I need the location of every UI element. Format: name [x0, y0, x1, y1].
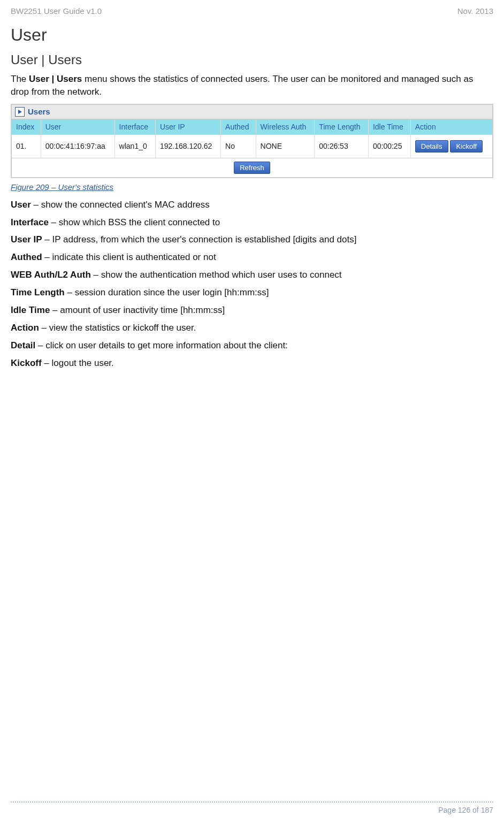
cell-index: 01.	[12, 134, 41, 158]
page-footer: Page 126 of 187	[11, 801, 493, 814]
page-number: Page 126 of 187	[11, 806, 493, 814]
refresh-row: Refresh	[12, 158, 492, 177]
def-webauth: WEB Auth/L2 Auth – show the authenticati…	[11, 269, 493, 281]
def-timelength: Time Length – session duration since the…	[11, 287, 493, 299]
users-table-panel: Users Index User Interface User IP Authe…	[11, 104, 493, 178]
col-action: Action	[410, 119, 492, 135]
intro-paragraph: The User | Users menu shows the statisti…	[11, 73, 493, 98]
cell-interface: wlan1_0	[114, 134, 155, 158]
table-row: 01. 00:0c:41:16:97:aa wlan1_0 192.168.12…	[12, 134, 492, 158]
intro-prefix: The	[11, 74, 29, 84]
col-userip: User IP	[155, 119, 220, 135]
def-action: Action – view the statistics or kickoff …	[11, 322, 493, 334]
table-header-row: Index User Interface User IP Authed Wire…	[12, 119, 492, 135]
intro-bold: User | Users	[29, 74, 82, 84]
def-authed: Authed – indicate this client is authent…	[11, 251, 493, 264]
cell-idle: 00:00:25	[368, 134, 410, 158]
def-idletime: Idle Time – amount of user inactivity ti…	[11, 304, 493, 317]
kickoff-button[interactable]: Kickoff	[450, 140, 483, 152]
figure-caption: Figure 209 – User's statistics	[11, 182, 493, 192]
def-kickoff: Kickoff – logout the user.	[11, 357, 493, 370]
col-user: User	[41, 119, 114, 135]
col-wireless-auth: Wireless Auth	[256, 119, 315, 135]
heading-user-users: User | Users	[11, 52, 493, 67]
cell-user: 00:0c:41:16:97:aa	[41, 134, 114, 158]
refresh-button[interactable]: Refresh	[234, 162, 270, 174]
details-button[interactable]: Details	[415, 140, 448, 152]
def-user: User – show the connected client's MAC a…	[11, 199, 493, 211]
col-index: Index	[12, 119, 41, 135]
def-interface: Interface – show which BSS the client co…	[11, 217, 493, 229]
content: User User | Users The User | Users menu …	[0, 20, 504, 370]
table-title-bar: Users	[12, 105, 492, 119]
page-header: BW2251 User Guide v1.0 Nov. 2013	[0, 0, 504, 20]
col-interface: Interface	[114, 119, 155, 135]
cell-userip: 192.168.120.62	[155, 134, 220, 158]
heading-user: User	[11, 25, 493, 45]
cell-authed: No	[221, 134, 256, 158]
cell-wauth: NONE	[256, 134, 315, 158]
doc-title: BW2251 User Guide v1.0	[11, 6, 102, 16]
col-idle-time: Idle Time	[368, 119, 410, 135]
col-time-length: Time Length	[315, 119, 369, 135]
definitions: User – show the connected client's MAC a…	[11, 199, 493, 370]
users-table: Index User Interface User IP Authed Wire…	[12, 119, 492, 158]
footer-divider	[11, 801, 493, 803]
arrow-right-icon	[15, 107, 25, 117]
def-userip: User IP – IP address, from which the use…	[11, 234, 493, 246]
table-title: Users	[28, 107, 50, 116]
doc-date: Nov. 2013	[457, 6, 493, 16]
col-authed: Authed	[221, 119, 256, 135]
cell-tlen: 00:26:53	[315, 134, 369, 158]
def-detail: Detail – click on user details to get mo…	[11, 340, 493, 352]
cell-action: Details Kickoff	[410, 134, 492, 158]
